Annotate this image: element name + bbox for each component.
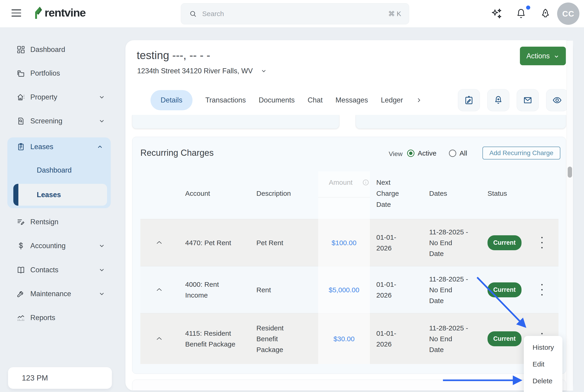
tab-transactions[interactable]: Transactions — [205, 96, 246, 104]
sidebar-item-contacts[interactable]: Contacts — [0, 262, 112, 278]
actions-button[interactable]: Actions — [520, 47, 566, 65]
quick-action-buttons — [458, 89, 568, 111]
collapse-row-button[interactable] — [155, 314, 164, 364]
dates-cell: 11-28-2025 - No End Date — [429, 314, 478, 364]
search-input[interactable] — [202, 10, 383, 18]
brand-name: rentvine — [44, 6, 86, 19]
sidebar-label: Reports — [30, 314, 55, 322]
account-cell: 4000: Rent Income — [185, 266, 240, 313]
property-address: 1234th Street 34120 River Falls, WV — [137, 67, 253, 75]
add-recurring-charge-button[interactable]: Add Recurring Charge — [483, 146, 560, 160]
collapse-row-button[interactable] — [155, 266, 164, 313]
sidebar-subitem-leases-dashboard[interactable]: Dashboard — [7, 162, 111, 178]
dates-cell: 11-28-2025 - No End Date — [429, 219, 478, 266]
send-email-button[interactable] — [517, 89, 539, 111]
collapse-row-button[interactable] — [155, 219, 164, 266]
sidebar-sublabel: Dashboard — [37, 166, 72, 174]
watch-button[interactable] — [546, 89, 568, 111]
amount-link[interactable]: $30.00 — [318, 314, 370, 364]
tab-ledger[interactable]: Ledger — [381, 96, 403, 104]
rocket-icon[interactable] — [540, 8, 551, 20]
add-reminder-button[interactable] — [487, 89, 509, 111]
property-house-icon — [16, 93, 25, 102]
next-charge-date-cell: 01-01-2026 — [376, 314, 403, 364]
property-address-selector[interactable]: 1234th Street 34120 River Falls, WV — [137, 67, 267, 75]
sidebar-label: Maintenance — [30, 290, 71, 298]
tab-documents[interactable]: Documents — [259, 96, 295, 104]
sidebar-item-screening[interactable]: Screening — [0, 113, 112, 129]
row-menu-kebab-icon[interactable] — [535, 266, 549, 313]
sidebar-label: Accounting — [30, 242, 65, 250]
notifications-bell-icon[interactable] — [515, 8, 527, 20]
sidebar-subitem-leases-leases[interactable]: Leases — [13, 184, 107, 206]
chevron-down-icon — [98, 242, 105, 249]
chevron-down-icon — [554, 53, 560, 59]
sidebar-label: Portfolios — [30, 69, 60, 78]
filter-all-label: All — [460, 149, 467, 157]
search-bar[interactable]: ⌘ K — [181, 3, 409, 24]
page-title: testing ---, -- - - — [137, 49, 210, 62]
account-cell: 4470: Pet Rent — [185, 219, 240, 266]
row-context-menu: History Edit Delete — [524, 336, 563, 392]
next-charge-date-cell: 01-01-2026 — [376, 266, 403, 313]
sidebar-label: Rentsign — [30, 218, 58, 226]
filter-active-radio[interactable]: Active — [407, 149, 437, 157]
edit-note-button[interactable] — [458, 89, 480, 111]
next-section-card — [132, 380, 566, 390]
sidebar-sublabel: Leases — [37, 191, 61, 199]
status-cell: Current — [488, 219, 524, 266]
search-shortcut: ⌘ K — [388, 10, 401, 18]
reports-chart-icon — [16, 314, 25, 322]
hamburger-menu-icon[interactable] — [11, 10, 21, 18]
tab-messages[interactable]: Messages — [335, 96, 368, 104]
tab-chat[interactable]: Chat — [308, 96, 323, 104]
sidebar-item-portfolios[interactable]: Portfolios — [0, 65, 112, 81]
next-charge-date-cell: 01-01-2026 — [376, 219, 403, 266]
chevron-down-icon — [98, 290, 105, 297]
user-avatar[interactable]: CC — [557, 2, 580, 25]
amount-link[interactable]: $100.00 — [318, 219, 370, 266]
sparkles-icon[interactable] — [491, 8, 503, 20]
eye-icon — [552, 95, 562, 105]
sidebar-item-leases[interactable]: Leases — [7, 139, 111, 155]
tabs-overflow-chevron-right-icon[interactable] — [416, 97, 422, 103]
filter-all-radio[interactable]: All — [449, 149, 467, 157]
row-menu-kebab-icon[interactable] — [535, 219, 549, 266]
recurring-charges-title: Recurring Charges — [140, 148, 214, 158]
sidebar-item-maintenance[interactable]: Maintenance — [0, 286, 112, 302]
amount-link[interactable]: $5,000.00 — [318, 266, 370, 313]
column-header-status: Status — [488, 188, 507, 199]
rentvine-logo[interactable]: rentvine — [32, 6, 86, 19]
envelope-icon — [523, 95, 533, 105]
search-icon — [189, 10, 197, 18]
sidebar-item-dashboard[interactable]: Dashboard — [0, 42, 112, 58]
dashboard-grid-icon — [16, 45, 25, 54]
maintenance-wrench-icon — [16, 290, 25, 298]
accounting-dollar-icon — [16, 242, 25, 250]
active-indicator-bar — [13, 184, 18, 206]
account-cell: 4115: Resident Benefit Package — [185, 314, 240, 364]
dates-cell: 11-28-2025 - No End Date — [429, 266, 478, 313]
sidebar-item-reports[interactable]: Reports — [0, 310, 112, 326]
status-cell: Current — [488, 314, 524, 364]
avatar-initials: CC — [562, 9, 574, 18]
tab-details[interactable]: Details — [150, 90, 192, 110]
scrollbar-thumb[interactable] — [568, 166, 572, 178]
vertical-scrollbar[interactable] — [567, 41, 573, 390]
filter-active-label: Active — [418, 149, 437, 157]
lease-tabs: Details Transactions Documents Chat Mess… — [150, 89, 422, 111]
menu-item-edit[interactable]: Edit — [524, 356, 563, 372]
radio-unselected-icon — [449, 150, 456, 157]
top-bar: rentvine ⌘ K — [0, 0, 584, 28]
summary-card-left — [132, 115, 339, 129]
sidebar-item-accounting[interactable]: Accounting — [0, 238, 112, 254]
menu-item-delete[interactable]: Delete — [524, 372, 563, 389]
summary-card-right — [356, 115, 566, 129]
status-cell: Current — [488, 266, 524, 313]
sidebar-item-property[interactable]: Property — [0, 89, 112, 105]
sidebar-item-rentsign[interactable]: Rentsign — [0, 214, 112, 230]
lease-detail-panel: testing ---, -- - - 1234th Street 34120 … — [125, 40, 573, 390]
menu-item-history[interactable]: History — [524, 339, 563, 356]
actions-button-label: Actions — [526, 52, 550, 60]
clock-card: 123 PM — [8, 367, 112, 389]
